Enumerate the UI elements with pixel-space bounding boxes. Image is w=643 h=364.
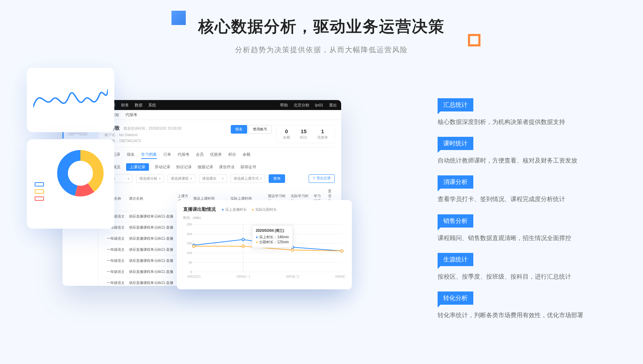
- feature-badge: 消课分析: [438, 175, 473, 189]
- topnav-item[interactable]: 数据: [135, 103, 143, 108]
- filter-mode-select[interactable]: 请选择上课方式: [230, 174, 265, 183]
- subtab-item-active[interactable]: 上课记录: [126, 163, 149, 171]
- tooltip-value: 146min: [277, 235, 289, 239]
- subtab-item[interactable]: 协议记录: [176, 164, 192, 170]
- stat-item: 0余额: [283, 128, 290, 140]
- svg-text:150: 150: [187, 241, 192, 245]
- account-label: 账户名：: [105, 133, 119, 137]
- feature-item: 消课分析查看学员打卡、签到情况、课程完成度分析统计: [438, 175, 634, 204]
- svg-text:03/04(三): 03/04(三): [335, 275, 345, 278]
- feature-item: 销售分析课程顾问、销售数据直观清晰，招生情况全面撑控: [438, 214, 634, 243]
- export-button[interactable]: ⇧ 导出记录: [309, 174, 335, 183]
- mini-line-chart-card: [27, 68, 114, 132]
- mini-donut-chart-card: [27, 139, 114, 229]
- tab-item[interactable]: 会员: [196, 152, 204, 159]
- tab-item[interactable]: 报名: [127, 152, 135, 159]
- tab-item[interactable]: 优惠券: [210, 152, 222, 159]
- feature-badge: 转化分析: [438, 291, 473, 305]
- stat-item: 15积分: [300, 128, 307, 140]
- svg-point-19: [193, 245, 195, 248]
- table-header: 课次名称: [127, 186, 175, 211]
- feature-badge: 销售分析: [438, 214, 473, 228]
- chart-title: 直播课出勤情况: [183, 206, 216, 213]
- last-login-label: 最后登录时间：: [124, 126, 149, 130]
- svg-text:03/01(日): 03/01(日): [187, 275, 200, 278]
- search-button[interactable]: 查询: [269, 174, 285, 183]
- feature-badge: 汇总统计: [438, 98, 473, 111]
- export-label: 导出记录: [316, 176, 331, 180]
- last-login-value: 2020/01/02 15:00:00: [149, 126, 181, 130]
- svg-point-22: [341, 250, 343, 252]
- phone-value: 19873413473: [119, 139, 141, 143]
- feature-item: 汇总统计核心数据深度剖析，为机构决策者提供数据支持: [438, 98, 634, 127]
- account-value: Ian.Dawson: [119, 133, 138, 137]
- feature-item: 课时统计自动统计教师课时，方便查看、核对及财务工资发放: [438, 137, 634, 165]
- campus-selector[interactable]: 北京分校: [294, 103, 309, 108]
- filter-lesson-select[interactable]: 请选课次: [199, 174, 227, 183]
- signup-button[interactable]: 报名: [231, 125, 247, 134]
- svg-text:03/03(二): 03/03(二): [286, 275, 299, 278]
- filter-bar: 直播 请选择分校 请选择课程 请选课次 请选择上课方式 查询 ⇧ 导出记录: [105, 174, 335, 183]
- svg-point-21: [291, 249, 294, 251]
- legend-item: 应上直播时长: [221, 207, 246, 212]
- help-link[interactable]: 帮助: [280, 103, 288, 108]
- tooltip-value: 125min: [277, 240, 289, 244]
- chart-legend: 应上直播时长 实际出勤时长: [221, 207, 276, 212]
- svg-text:0: 0: [190, 270, 192, 274]
- tooltip-label: 应上时长：: [259, 235, 277, 239]
- profile-header: 仝卿致 最后登录时间：2020/01/02 15:00:00 账户名：Ian.D…: [105, 125, 335, 148]
- legend-item: 实际出勤时长: [252, 207, 277, 212]
- svg-text:100: 100: [187, 251, 192, 255]
- feature-desc: 自动统计教师课时，方便查看、核对及财务工资发放: [438, 156, 634, 165]
- subtab-item[interactable]: 获得证书: [240, 164, 256, 170]
- feature-desc: 核心数据深度剖析，为机构决策者提供数据支持: [438, 117, 634, 127]
- feature-badge: 生源统计: [438, 253, 473, 266]
- mini-donut-chart: [54, 146, 107, 200]
- subtab-item[interactable]: 课后作业: [219, 164, 235, 170]
- chart-tooltip: 2020/03/04 (周三) 应上时长：146min 出勤时长：125min: [252, 225, 293, 248]
- filter-course-select[interactable]: 请选择课程: [168, 174, 195, 183]
- stat-item: 1优惠券: [317, 128, 328, 140]
- feature-desc: 查看学员打卡、签到情况、课程完成度分析统计: [438, 194, 634, 204]
- donut-legend: [35, 182, 44, 204]
- disable-account-button[interactable]: 禁用账号: [248, 125, 272, 134]
- screenshot-stage: 教学 运营 题库 资源 财务 数据 系统 帮助 北京分校 ljn01 退出 管理…: [27, 79, 334, 307]
- tab-item[interactable]: 订单: [163, 152, 171, 159]
- topnav-item[interactable]: 系统: [148, 103, 156, 108]
- topnav-item[interactable]: 财务: [121, 103, 129, 108]
- tooltip-date: 2020/03/04 (周三): [256, 228, 289, 233]
- page-title: 核心数据分析，驱动业务运营决策: [0, 16, 643, 37]
- subtab-item[interactable]: 做题记录: [198, 164, 213, 170]
- feature-desc: 转化率统计，判断各类市场费用有效性，优化市场部署: [438, 310, 634, 320]
- tab-item[interactable]: 积分: [228, 152, 236, 159]
- accent-square-orange: [468, 34, 480, 46]
- page-subtitle: 分析趋势为决策提供依据，从而大幅降低运营风险: [0, 45, 643, 55]
- features-list: 汇总统计核心数据深度剖析，为机构决策者提供数据支持课时统计自动统计教师课时，方便…: [438, 98, 634, 330]
- feature-desc: 按校区、按季度、按班级、按科目，进行汇总统计: [438, 272, 634, 281]
- subtab-item[interactable]: 异动记录: [155, 164, 170, 170]
- record-tabs: 咨询记录报名学习档案订单代报考会员优惠券积分余额: [105, 152, 335, 159]
- svg-text:250: 250: [187, 223, 192, 226]
- svg-text:50: 50: [189, 261, 192, 264]
- hero-section: 核心数据分析，驱动业务运营决策 分析趋势为决策提供依据，从而大幅降低运营风险: [0, 0, 643, 55]
- filter-campus-select[interactable]: 请选择分校: [136, 174, 164, 183]
- accent-square-blue: [171, 11, 186, 25]
- tab-item[interactable]: 代报考: [178, 152, 189, 159]
- tooltip-label: 出勤时长：: [259, 240, 277, 244]
- chart-ylabel: 时长（min）: [183, 215, 345, 220]
- attendance-chart-card: 直播课出勤情况 应上直播时长 实际出勤时长 时长（min） 0501001502…: [177, 200, 352, 289]
- svg-text:200: 200: [187, 232, 192, 236]
- feature-desc: 课程顾问、销售数据直观清晰，招生情况全面撑控: [438, 233, 634, 243]
- logout-link[interactable]: 退出: [329, 103, 337, 108]
- feature-item: 生源统计按校区、按季度、按班级、按科目，进行汇总统计: [438, 253, 634, 281]
- tab-item[interactable]: 余额: [243, 152, 250, 159]
- subnav-item[interactable]: 代报考: [125, 112, 137, 118]
- mini-line-chart: [33, 74, 108, 126]
- study-subtabs: 学习概况 上课记录 异动记录 协议记录 做题记录 课后作业 获得证书: [105, 163, 335, 171]
- svg-text:03/02(一): 03/02(一): [236, 275, 250, 278]
- tab-item[interactable]: 学习档案: [141, 152, 157, 159]
- feature-badge: 课时统计: [438, 137, 473, 150]
- feature-item: 转化分析转化率统计，判断各类市场费用有效性，优化市场部署: [438, 291, 634, 320]
- user-menu[interactable]: ljn01: [315, 103, 323, 107]
- profile-stats: 0余额15积分1优惠券: [276, 125, 335, 143]
